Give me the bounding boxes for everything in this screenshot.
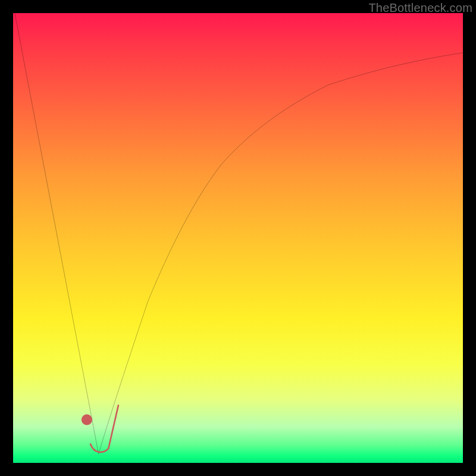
bottleneck-curve-right	[99, 51, 463, 454]
bottleneck-curve-left	[13, 13, 99, 454]
curves-layer	[13, 13, 463, 463]
marker-dot-icon	[82, 414, 92, 425]
chart-frame: TheBottleneck.com	[0, 0, 476, 476]
plot-area	[13, 13, 463, 463]
marker-hook-icon	[90, 405, 118, 452]
optimal-point-marker	[82, 405, 118, 452]
